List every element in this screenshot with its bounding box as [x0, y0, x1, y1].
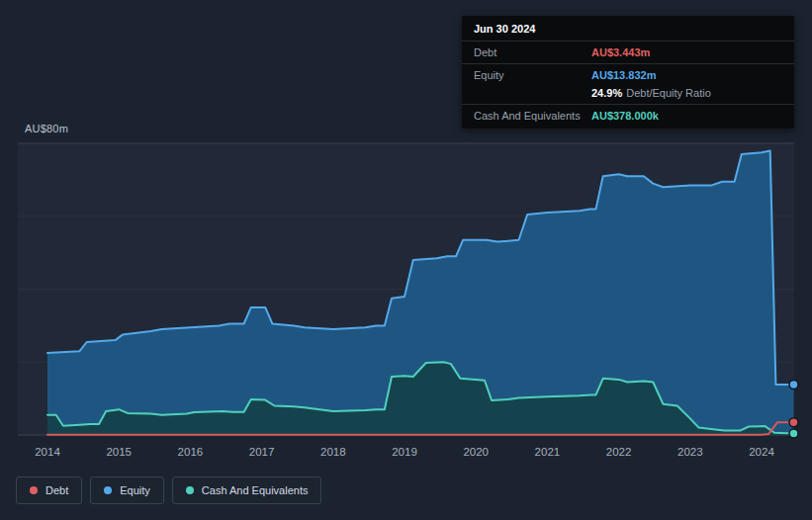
tooltip-ratio: 24.9%Debt/Equity Ratio	[591, 87, 711, 99]
legend-dot	[30, 486, 38, 494]
legend-label: Equity	[120, 484, 150, 496]
tooltip-debt-value: AU$3.443m	[591, 46, 650, 58]
tooltip-cash-label: Cash And Equivalents	[474, 110, 591, 122]
tooltip-ratio-label: Debt/Equity Ratio	[626, 87, 711, 99]
x-tick-2017: 2017	[249, 446, 275, 458]
tooltip-row-debt: Debt AU$3.443m	[462, 42, 794, 64]
legend-dot	[186, 486, 194, 494]
legend-item-debt[interactable]: Debt	[16, 477, 82, 504]
x-tick-2024: 2024	[749, 446, 774, 458]
marker-cash-and-equivalents[interactable]	[789, 429, 798, 438]
tooltip-cash-value: AU$378.000k	[591, 110, 659, 122]
tooltip-equity-value: AU$13.832m	[591, 69, 656, 81]
tooltip-row-cash: Cash And Equivalents AU$378.000k	[462, 105, 794, 129]
x-tick-2014: 2014	[35, 446, 60, 458]
x-tick-2018: 2018	[320, 446, 346, 458]
chart-tooltip: Jun 30 2024 Debt AU$3.443m Equity AU$13.…	[462, 16, 794, 129]
x-tick-2021: 2021	[535, 446, 561, 458]
tooltip-date: Jun 30 2024	[462, 16, 794, 42]
x-tick-2022: 2022	[606, 446, 632, 458]
legend-dot	[104, 486, 112, 494]
tooltip-ratio-percent: 24.9%	[591, 87, 622, 99]
legend-label: Debt	[45, 484, 68, 496]
x-tick-2020: 2020	[463, 446, 489, 458]
marker-debt[interactable]	[789, 418, 798, 427]
x-tick-2023: 2023	[677, 446, 703, 458]
legend-item-equity[interactable]: Equity	[90, 477, 164, 504]
debt-equity-history-page: AU$80m AU$0 2014201520162017201820192020…	[0, 0, 812, 520]
legend-item-cash-and-equivalents[interactable]: Cash And Equivalents	[172, 477, 322, 504]
tooltip-debt-label: Debt	[474, 46, 591, 58]
legend-label: Cash And Equivalents	[202, 484, 309, 496]
x-tick-2015: 2015	[106, 446, 132, 458]
tooltip-row-ratio: 24.9%Debt/Equity Ratio	[462, 84, 794, 105]
marker-equity[interactable]	[789, 381, 798, 390]
x-tick-2016: 2016	[178, 446, 204, 458]
chart-legend: DebtEquityCash And Equivalents	[16, 477, 321, 504]
tooltip-row-equity: Equity AU$13.832m	[462, 64, 794, 84]
tooltip-equity-label: Equity	[474, 69, 591, 81]
x-tick-2019: 2019	[392, 446, 417, 458]
